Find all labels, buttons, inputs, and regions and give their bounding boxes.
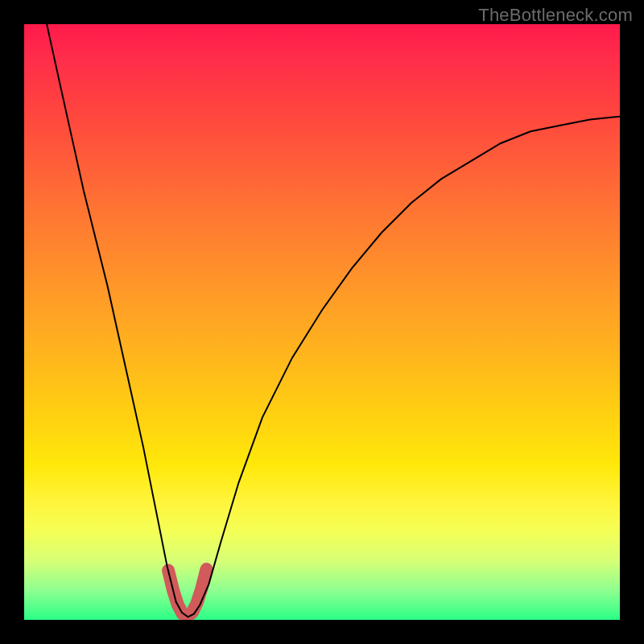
- chart-frame: TheBottleneck.com: [0, 0, 644, 644]
- highlight-curve: [168, 569, 206, 616]
- chart-svg: [24, 24, 620, 620]
- chart-plot-area: [24, 24, 620, 620]
- main-curve: [47, 24, 620, 617]
- watermark-text: TheBottleneck.com: [478, 5, 633, 26]
